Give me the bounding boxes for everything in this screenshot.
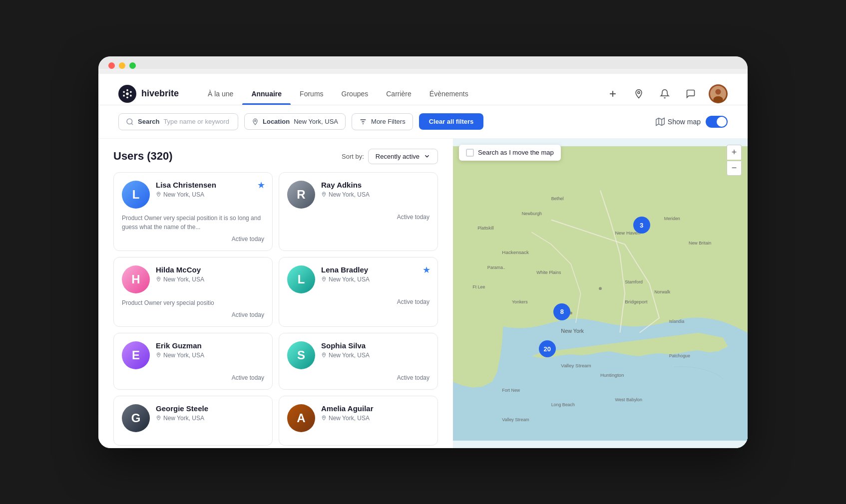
user-card[interactable]: ★ L Lisa Christensen New York, USA Produ…	[113, 172, 273, 251]
user-name: Hilda McCoy	[156, 265, 264, 274]
svg-point-26	[158, 354, 159, 355]
location-pin-icon	[321, 352, 327, 358]
user-activity: Active today	[287, 214, 429, 221]
browser-frame: hivebrite À la une Annuaire Forums Group…	[98, 56, 748, 448]
svg-text:Hackensack: Hackensack	[502, 250, 529, 255]
svg-point-22	[158, 193, 159, 194]
user-card[interactable]: R Ray Adkins New York, USA Active today	[279, 172, 438, 251]
svg-point-27	[323, 354, 324, 355]
user-card[interactable]: A Amelia Aguilar New York, USA	[279, 396, 438, 446]
bell-icon[interactable]	[657, 86, 673, 102]
user-card-header: L Lisa Christensen New York, USA	[122, 181, 264, 209]
plus-icon[interactable]	[605, 86, 621, 102]
search-icon	[126, 118, 134, 126]
cluster-marker-20[interactable]: 20	[539, 340, 556, 357]
nav-annuaire[interactable]: Annuaire	[242, 83, 291, 105]
logo[interactable]: hivebrite	[118, 85, 179, 103]
location-icon[interactable]	[631, 86, 647, 102]
svg-point-32	[599, 287, 602, 290]
user-avatar: A	[287, 404, 315, 432]
user-avatar: E	[122, 341, 150, 369]
cluster-marker-8[interactable]: 8	[553, 303, 570, 320]
location-label: Location	[263, 118, 290, 125]
user-avatar: H	[122, 265, 150, 293]
location-pin-icon	[321, 276, 327, 282]
logo-text: hivebrite	[141, 88, 179, 99]
browser-dots	[108, 62, 738, 69]
search-as-i-move[interactable]: Search as I move the map	[459, 145, 561, 161]
user-avatar: L	[122, 181, 150, 209]
svg-text:Plattskill: Plattskill	[477, 226, 493, 231]
svg-point-24	[158, 278, 159, 279]
svg-point-15	[255, 120, 256, 121]
user-avatar[interactable]	[709, 84, 728, 103]
svg-text:Stamford: Stamford	[625, 279, 643, 284]
show-map-toggle[interactable]	[706, 116, 728, 128]
star-icon[interactable]: ★	[423, 264, 430, 275]
svg-text:White Plains: White Plains	[536, 269, 561, 274]
filter-icon	[359, 118, 367, 126]
search-placeholder-text: Type name or keyword	[163, 118, 229, 125]
svg-point-29	[323, 417, 324, 418]
user-activity: Active today	[287, 298, 429, 305]
sort-dropdown[interactable]: Recently active	[368, 149, 438, 164]
user-info: Amelia Aguilar New York, USA	[321, 404, 429, 422]
search-input[interactable]: Search Type name or keyword	[118, 113, 238, 130]
map-section: New York Hackensack New Haven New Britai…	[453, 139, 748, 448]
app-container: hivebrite À la une Annuaire Forums Group…	[98, 74, 748, 448]
user-card[interactable]: H Hilda McCoy New York, USA Product Owne…	[113, 257, 273, 327]
user-card[interactable]: ★ L Lena Bradley New York, USA Active to…	[279, 257, 438, 327]
svg-point-28	[158, 417, 159, 418]
user-activity: Active today	[122, 311, 264, 318]
user-location: New York, USA	[321, 191, 429, 198]
svg-point-2	[126, 96, 128, 98]
svg-text:New York: New York	[561, 327, 584, 333]
clear-all-filters-button[interactable]: Clear all filters	[419, 113, 484, 130]
logo-icon	[118, 85, 136, 103]
user-info: Georgie Steele New York, USA	[156, 404, 264, 422]
nav-groupes[interactable]: Groupes	[333, 83, 378, 105]
dot-yellow[interactable]	[119, 62, 125, 69]
nav-a-la-une[interactable]: À la une	[199, 83, 242, 105]
zoom-in-button[interactable]: +	[727, 145, 742, 160]
user-list: Users (320) Sort by: Recently active	[98, 139, 453, 448]
map-controls: + −	[727, 145, 742, 176]
svg-point-5	[123, 94, 125, 96]
svg-point-6	[130, 94, 132, 96]
user-name: Lisa Christensen	[156, 181, 264, 189]
search-checkbox[interactable]	[466, 149, 474, 157]
user-info: Erik Guzman New York, USA	[156, 341, 264, 359]
show-map-toggle-area: Show map	[656, 116, 728, 128]
user-name: Ray Adkins	[321, 181, 429, 189]
user-avatar: S	[287, 341, 315, 369]
svg-point-4	[130, 91, 132, 93]
star-icon[interactable]: ★	[257, 180, 265, 191]
show-map-label-area: Show map	[656, 117, 701, 126]
map-svg: New York Hackensack New Haven New Britai…	[453, 139, 748, 448]
cluster-marker-3[interactable]: 3	[633, 217, 650, 234]
dot-green[interactable]	[129, 62, 136, 69]
nav-evenements[interactable]: Évènements	[421, 83, 477, 105]
map-icon	[656, 117, 665, 126]
svg-text:Valley Stream: Valley Stream	[561, 362, 591, 368]
user-card[interactable]: G Georgie Steele New York, USA	[113, 396, 273, 446]
user-name: Amelia Aguilar	[321, 404, 429, 413]
svg-text:Norwalk: Norwalk	[654, 289, 671, 294]
more-filters-button[interactable]: More Filters	[352, 113, 413, 130]
dot-red[interactable]	[108, 62, 115, 69]
user-card[interactable]: E Erik Guzman New York, USA Active today	[113, 333, 273, 390]
location-pin-icon	[156, 352, 161, 358]
zoom-out-button[interactable]: −	[727, 161, 742, 176]
user-card-header: R Ray Adkins New York, USA	[287, 181, 429, 209]
location-input[interactable]: Location New York, USA	[244, 113, 346, 130]
nav-carriere[interactable]: Carrière	[377, 83, 421, 105]
user-card[interactable]: S Sophia Silva New York, USA Active toda…	[279, 333, 438, 390]
svg-text:Bethel: Bethel	[551, 196, 564, 201]
nav-forums[interactable]: Forums	[291, 83, 332, 105]
user-card-header: E Erik Guzman New York, USA	[122, 341, 264, 369]
user-info: Lena Bradley New York, USA	[321, 265, 429, 283]
location-pin-icon	[156, 276, 161, 282]
user-bio: Product Owner very special positio	[122, 298, 264, 307]
user-activity: Active today	[122, 236, 264, 243]
message-icon[interactable]	[683, 86, 699, 102]
